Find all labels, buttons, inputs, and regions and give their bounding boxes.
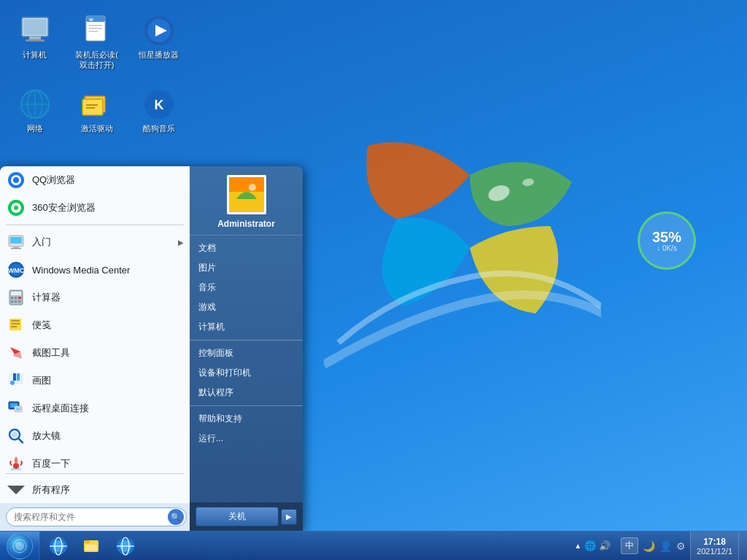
- 360-browser-icon: [6, 198, 26, 218]
- svg-rect-3: [23, 19, 47, 35]
- svg-rect-21: [82, 99, 103, 115]
- tray-expand-button[interactable]: ▲: [574, 542, 581, 550]
- right-menu-games[interactable]: 游戏: [190, 298, 303, 317]
- menu-item-remote-desktop[interactable]: 远程桌面连接: [0, 394, 190, 422]
- taskbar-apps: [39, 532, 144, 560]
- tray-settings-icon[interactable]: ⚙: [676, 540, 686, 552]
- menu-item-sticky-notes[interactable]: 便笺: [0, 311, 190, 339]
- menu-item-360-browser-label: 360安全浏览器: [32, 201, 96, 214]
- svg-rect-50: [11, 326, 17, 327]
- menu-item-baidu-label: 百度一下: [32, 457, 70, 470]
- right-menu-control-panel[interactable]: 控制面板: [190, 343, 303, 363]
- user-profile: Administrator: [190, 166, 303, 236]
- desktop: 计算机 W 装机后必读(双击打开): [0, 0, 747, 560]
- menu-item-360-browser[interactable]: 360安全浏览器: [0, 194, 190, 222]
- hengxing-icon: [142, 14, 176, 47]
- svg-rect-74: [84, 540, 90, 543]
- desktop-icon-computer[interactable]: 计算机: [7, 11, 62, 74]
- svg-text:K: K: [154, 98, 163, 112]
- svg-rect-4: [29, 36, 41, 39]
- menu-item-qq-browser[interactable]: QQ浏览器: [0, 166, 190, 194]
- shutdown-arrow-button[interactable]: ▶: [281, 509, 297, 525]
- desktop-icon-post-install[interactable]: W 装机后必读(双击打开): [69, 11, 124, 74]
- menu-item-paint[interactable]: 画图: [0, 367, 190, 394]
- svg-rect-42: [15, 297, 17, 299]
- clock[interactable]: 17:18 2021/12/1: [690, 532, 738, 560]
- right-menu-music[interactable]: 音乐: [190, 278, 303, 298]
- right-menu-devices[interactable]: 设备和打印机: [190, 363, 303, 383]
- all-programs-icon: [6, 480, 26, 500]
- svg-point-52: [10, 381, 15, 385]
- taskbar-ie-button[interactable]: [42, 533, 74, 559]
- svg-rect-35: [11, 248, 21, 249]
- menu-item-wmc[interactable]: WMC Windows Media Center: [0, 256, 190, 284]
- tray-network-icon[interactable]: 🌐: [584, 540, 596, 551]
- menu-item-all-programs[interactable]: 所有程序: [0, 477, 190, 503]
- start-menu-right-panel: Administrator 文档 图片 音乐 游戏 计算机: [190, 166, 303, 531]
- shutdown-button[interactable]: 关机: [196, 507, 279, 526]
- show-desktop-button[interactable]: [738, 532, 747, 561]
- svg-rect-45: [15, 300, 17, 303]
- notification-area: 中 🌙 👤 ⚙: [616, 537, 690, 554]
- desktop-icon-post-install-label: 装机后必读(双击打开): [75, 50, 118, 71]
- start-button[interactable]: [0, 532, 39, 561]
- start-menu: QQ浏览器 360安全浏览器: [0, 166, 303, 531]
- desktop-icon-activate[interactable]: 激活驱动: [69, 85, 124, 136]
- windows-logo: [324, 88, 601, 394]
- right-menu-documents[interactable]: 文档: [190, 238, 303, 258]
- menu-item-magnifier[interactable]: 放大镜: [0, 422, 190, 450]
- right-menu-default-programs[interactable]: 默认程序: [190, 383, 303, 402]
- search-submit-button[interactable]: 🔍: [168, 509, 184, 525]
- tray-user-icon[interactable]: 👤: [659, 540, 672, 552]
- svg-point-59: [12, 432, 18, 438]
- svg-point-68: [15, 542, 24, 551]
- svg-rect-44: [11, 300, 13, 303]
- search-input[interactable]: [6, 508, 187, 526]
- desktop-icon-hengxing-label: 恒星播放器: [139, 50, 179, 60]
- taskbar-right: ▲ 🌐 🔊 中 🌙 👤 ⚙ 17:18 2021/12/1: [568, 532, 747, 560]
- menu-item-baidu[interactable]: 百度一下: [0, 450, 190, 470]
- menu-item-remote-label: 远程桌面连接: [32, 402, 89, 415]
- svg-rect-49: [11, 323, 20, 324]
- right-menu-run[interactable]: 运行...: [190, 429, 303, 448]
- menu-item-wmc-label: Windows Media Center: [32, 265, 130, 276]
- post-install-icon: W: [80, 14, 114, 47]
- desktop-icon-network[interactable]: 网络: [7, 85, 62, 136]
- svg-rect-41: [11, 297, 13, 299]
- svg-point-62: [13, 463, 19, 469]
- desktop-icon-hengxing[interactable]: 恒星播放器: [131, 11, 186, 74]
- activate-icon: [80, 88, 114, 121]
- right-menu-pictures[interactable]: 图片: [190, 258, 303, 278]
- desktop-icon-kuwo[interactable]: K 酷狗音乐: [131, 85, 186, 136]
- right-menu-computer[interactable]: 计算机: [190, 317, 303, 337]
- svg-line-60: [18, 438, 23, 443]
- menu-item-snipping[interactable]: 截图工具: [0, 339, 190, 367]
- svg-point-19: [21, 90, 49, 118]
- taskbar-explorer-button[interactable]: [76, 533, 108, 559]
- menu-item-intro-label: 入门: [32, 236, 51, 249]
- snipping-icon: [6, 343, 26, 363]
- svg-text:W: W: [89, 18, 93, 22]
- tray-moon-icon[interactable]: 🌙: [643, 540, 655, 552]
- menu-item-intro[interactable]: 入门 ▶: [0, 228, 190, 256]
- menu-item-calculator[interactable]: 计算器: [0, 284, 190, 311]
- right-menu-sep2: [190, 405, 303, 406]
- svg-rect-34: [13, 246, 19, 248]
- user-avatar[interactable]: [227, 175, 266, 214]
- sticky-notes-icon: [6, 315, 26, 335]
- wmc-icon: WMC: [6, 260, 26, 280]
- user-name: Administrator: [217, 219, 275, 229]
- tray-volume-icon[interactable]: 🔊: [599, 540, 611, 551]
- right-menu-help[interactable]: 帮助和支持: [190, 409, 303, 429]
- network-widget[interactable]: 35% ↓ 0K/s: [638, 211, 696, 270]
- svg-rect-43: [18, 297, 21, 299]
- language-button[interactable]: 中: [621, 537, 638, 554]
- start-menu-search-area: 🔍: [0, 503, 190, 531]
- taskbar-ie2-button[interactable]: [109, 533, 142, 559]
- desktop-icons-container: 计算机 W 装机后必读(双击打开): [7, 11, 186, 136]
- svg-rect-33: [10, 237, 22, 244]
- system-tray: ▲ 🌐 🔊: [568, 540, 616, 551]
- paint-icon: [6, 370, 26, 391]
- desktop-icon-kuwo-label: 酷狗音乐: [143, 123, 175, 133]
- network-icon: [18, 88, 52, 121]
